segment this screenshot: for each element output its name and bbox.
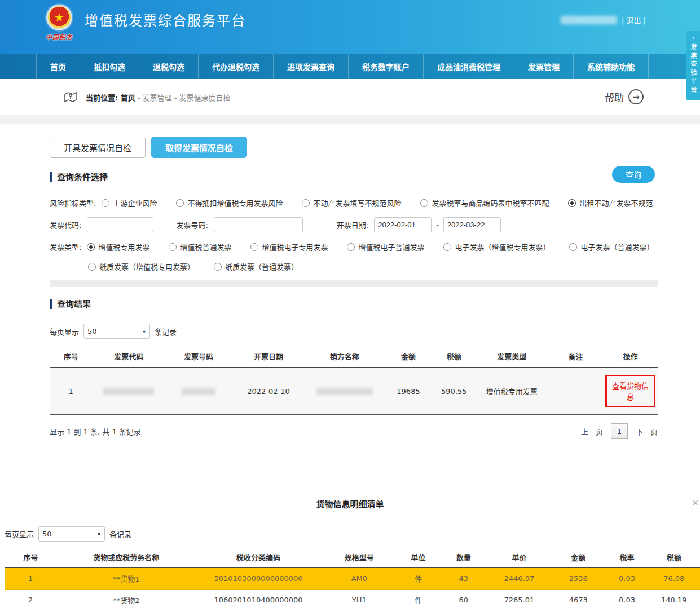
page-number-button[interactable]: 1 [611,423,628,439]
nav-item[interactable]: 进项发票查询 [273,54,348,79]
invoice-number-input[interactable] [214,217,303,232]
invoice-date-label: 开票日期: [337,219,368,230]
divider [0,115,700,124]
risk-option-radio[interactable]: 出租不动产发票不规范 [568,197,653,208]
nav-item[interactable]: 代办退税勾选 [198,54,273,79]
nav-item[interactable]: 发票管理 [514,54,573,79]
cell: **货物2 [56,590,196,607]
brand: ★ 中国税务 增值税发票综合服务平台 [38,5,246,41]
next-page-button[interactable]: 下一页 [636,426,658,437]
radio-button-icon [302,199,310,207]
nav-item[interactable]: 税务数字账户 [348,54,423,79]
logo-caption: 中国税务 [38,32,80,41]
side-tab-label: 发票查验平台 [689,43,698,94]
chevron-down-icon: ▾ [143,328,146,335]
radio-label: 不得抵扣增值税专用发票风险 [187,197,283,208]
cell: 60 [439,590,488,607]
radio-button-icon [214,263,222,271]
radio-label: 增值税普通发票 [180,241,231,252]
invoice-type-radio[interactable]: 电子发票（普通发票） [569,241,654,252]
cell: 76.08 [648,568,700,590]
invoice-type-radio[interactable]: 纸质发票（增值税专用发票） [88,261,195,272]
cell-invoice-code [92,367,165,415]
close-icon[interactable]: × [692,498,699,508]
nav-item[interactable]: 系统辅助功能 [573,54,649,79]
cell-seller-name [305,367,384,415]
risk-option-radio[interactable]: 发票税率与商品编码表中税率不匹配 [420,197,549,208]
risk-option-radio[interactable]: 不动产发票填写不规范风险 [302,197,401,208]
radio-button-icon [250,243,258,251]
page-size-select[interactable]: 50 ▾ [83,324,150,339]
date-separator: - [436,221,439,229]
radio-label: 纸质发票（增值税专用发票） [99,261,195,272]
view-goods-link[interactable]: 查看货物信息 [612,382,649,401]
cell: 7265.01 [488,590,551,607]
invoice-type-group-row2: 纸质发票（增值税专用发票）纸质发票（普通发票） [88,261,318,272]
invoice-type-radio[interactable]: 增值税普通发票 [169,241,231,252]
goods-page-size-value: 50 [42,530,52,538]
goods-page-size-suffix: 条记录 [109,529,131,539]
page-size-value: 50 [87,327,97,336]
results-table: 序号发票代码发票号码开票日期销方名称金额税额发票类型备注操作 12022-02-… [50,346,658,415]
radio-label: 纸质发票（普通发票） [225,261,298,272]
invoice-verify-side-tab[interactable]: ‹ 发票查验平台 [686,31,700,100]
logout-link[interactable]: | 退出 | [622,15,646,25]
page-size-suffix: 条记录 [155,326,177,337]
radio-button-icon [176,199,184,207]
column-header: 货物或应税劳务名称 [56,547,196,568]
table-row: 12022-02-1019685590.55增值税专用发票-查看货物信息 [50,367,658,415]
radio-label: 发票税率与商品编码表中税率不匹配 [432,197,549,208]
radio-label: 不动产发票填写不规范风险 [313,197,401,208]
query-button[interactable]: 查询 [612,166,655,183]
radio-label: 电子发票（增值税专用发票） [455,241,550,252]
cell: 0.03 [606,568,648,590]
invoice-type-radio[interactable]: 增值税电子专用发票 [250,241,328,252]
cell: 2 [5,590,56,607]
radio-button-icon [102,199,109,207]
invoice-type-radio[interactable]: 纸质发票（普通发票） [214,261,298,272]
tab[interactable]: 取得发票情况自检 [151,137,247,158]
date-to-input[interactable] [443,217,501,232]
nav-item[interactable]: 首页 [36,54,80,79]
logo: ★ 中国税务 [38,5,80,41]
cell: 1060201010400000000 [196,590,321,607]
annotation-highlight-box: 查看货物信息 [605,375,655,407]
column-header: 税额 [648,547,700,568]
nav-item[interactable]: 成品油消费税管理 [423,54,514,79]
invoice-type-radio[interactable]: 增值税专用发票 [87,241,149,252]
results-table-header: 序号发票代码发票号码开票日期销方名称金额税额发票类型备注操作 [50,346,658,367]
column-header: 单位 [398,547,439,568]
goods-page-size-select[interactable]: 50 ▾ [38,526,105,542]
radio-button-icon [568,199,576,207]
arrow-right-circle-icon: → [628,89,644,104]
risk-option-radio[interactable]: 不得抵扣增值税专用发票风险 [176,197,283,208]
column-header: 开票日期 [232,346,305,367]
radio-button-icon [420,199,428,207]
redacted-value [182,388,215,395]
table-row: 2**货物21060201010400000000YH1件607265.0146… [5,590,700,607]
invoice-type-radio[interactable]: 电子发票（增值税专用发票） [443,241,550,252]
invoice-code-input[interactable] [87,217,153,232]
tab[interactable]: 开具发票情况自检 [50,137,146,158]
cell: 件 [398,590,439,607]
selfcheck-tabs: 开具发票情况自检取得发票情况自检 [50,137,658,158]
date-from-input[interactable] [374,217,432,232]
cell: **货物1 [56,568,196,590]
username-redacted [561,16,617,24]
prev-page-button[interactable]: 上一页 [581,426,603,437]
cell: 4673 [551,590,606,607]
column-header: 备注 [548,346,603,367]
nav-item[interactable]: 退税勾选 [139,54,198,79]
nav-item[interactable]: 抵扣勾选 [80,54,139,79]
invoice-type-radio[interactable]: 增值税电子普通发票 [347,241,424,252]
help-button[interactable]: 帮助 → [605,89,644,104]
cell-tax: 590.55 [433,367,475,415]
cell: YH1 [321,590,398,607]
risk-option-radio[interactable]: 上游企业风险 [102,197,157,208]
column-header: 数量 [439,547,488,568]
redacted-value [316,388,373,395]
radio-label: 上游企业风险 [113,197,157,208]
goods-table: 序号货物或应税劳务名称税收分类编码规格型号单位数量单价金额税率税额 1**货物1… [5,547,700,607]
cell: 1 [5,568,56,590]
column-header: 规格型号 [321,547,398,568]
